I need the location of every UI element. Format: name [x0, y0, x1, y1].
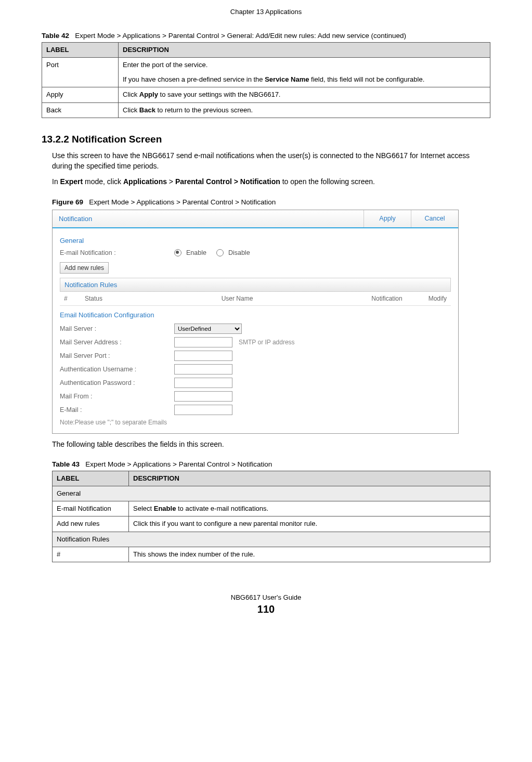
section-heading-13-2-2: 13.2.2 Notification Screen: [42, 134, 490, 145]
table42-caption: Table 42 Expert Mode > Applications > Pa…: [42, 31, 490, 41]
mail-server-addr-hint: SMTP or IP address: [239, 339, 295, 346]
auth-pass-input[interactable]: [174, 378, 232, 388]
figure69-caption-text: Expert Mode > Applications > Parental Co…: [89, 198, 276, 206]
table43-hash-desc: This shows the index number of the rule.: [129, 547, 490, 562]
fig-email-conf-title: Email Notification Configuration: [60, 311, 451, 319]
table43-add-rules-label: Add new rules: [53, 516, 129, 532]
disable-radio[interactable]: [216, 249, 224, 256]
table42-port-desc-line1: Enter the port of the service.: [123, 60, 486, 70]
mail-server-addr-label: Mail Server Address :: [60, 339, 174, 346]
mail-server-port-input[interactable]: [174, 351, 232, 361]
enable-text: Enable: [186, 249, 206, 256]
fig-general-title: General: [60, 237, 451, 244]
table43-caption-number: Table 43: [52, 460, 80, 468]
auth-user-input[interactable]: [174, 364, 232, 374]
table42-caption-text: Expert Mode > Applications > Parental Co…: [75, 32, 406, 40]
footer-guide: NBG6617 User's Guide: [42, 593, 490, 601]
section-para-2: In Expert mode, click Applications > Par…: [52, 176, 490, 187]
table43-header-label: LABEL: [53, 471, 129, 486]
notification-rules-header: Notification Rules: [60, 278, 451, 292]
email-notification-label: E-mail Notification :: [60, 249, 174, 256]
table42-port-label: Port: [42, 58, 119, 87]
page-footer: NBG6617 User's Guide 110: [42, 593, 490, 615]
table42-header-label: LABEL: [42, 42, 119, 57]
table43-hash-label: #: [53, 547, 129, 562]
table42-apply-desc: Click Apply to save your settings with t…: [119, 87, 490, 102]
email-to-label: E-Mail :: [60, 406, 174, 414]
table42-port-desc-line2: If you have chosen a pre-defined service…: [123, 75, 486, 84]
figure69-caption-number: Figure 69: [52, 198, 83, 206]
table42-caption-number: Table 42: [42, 32, 69, 40]
email-to-input[interactable]: [174, 405, 232, 415]
col-hash: #: [64, 295, 85, 302]
enable-radio[interactable]: [174, 249, 181, 256]
table43-header-desc: DESCRIPTION: [129, 471, 490, 486]
apply-button[interactable]: Apply: [364, 210, 411, 227]
mail-from-label: Mail From :: [60, 393, 174, 400]
col-username: User Name: [116, 295, 358, 302]
col-modify: Modify: [416, 295, 447, 302]
mail-server-select[interactable]: UserDefined: [174, 324, 242, 334]
table43-notif-rules-row: Notification Rules: [53, 532, 490, 547]
table43-email-notif-label: E-mail Notification: [53, 501, 129, 516]
mail-server-port-label: Mail Server Port :: [60, 352, 174, 359]
notification-rules-columns: # Status User Name Notification Modify: [60, 292, 451, 306]
mail-server-addr-input[interactable]: [174, 337, 232, 347]
section-para-1: Use this screen to have the NBG6617 send…: [52, 150, 490, 172]
auth-user-label: Authentication Username :: [60, 366, 174, 373]
table43-caption: Table 43 Expert Mode > Applications > Pa…: [52, 460, 490, 470]
table42-apply-label: Apply: [42, 87, 119, 102]
figure69-screenshot: Notification Apply Cancel General E-mail…: [52, 210, 459, 434]
table42: LABEL DESCRIPTION Port Enter the port of…: [42, 42, 490, 118]
mail-server-label: Mail Server :: [60, 325, 174, 332]
figure69-caption: Figure 69 Expert Mode > Applications > P…: [52, 198, 490, 208]
col-status: Status: [85, 295, 116, 302]
disable-text: Disable: [228, 249, 250, 256]
page-header: Chapter 13 Applications: [42, 0, 490, 21]
col-notification: Notification: [358, 295, 416, 302]
cancel-button[interactable]: Cancel: [411, 210, 458, 227]
after-figure-para: The following table describes the fields…: [52, 439, 490, 449]
mail-from-input[interactable]: [174, 391, 232, 402]
table43-caption-text: Expert Mode > Applications > Parental Co…: [85, 460, 272, 468]
table42-header-desc: DESCRIPTION: [119, 42, 490, 57]
table42-back-desc: Click Back to return to the previous scr…: [119, 102, 490, 118]
table43-general-row: General: [53, 486, 490, 501]
add-new-rules-button[interactable]: Add new rules: [60, 262, 109, 274]
email-note: Note:Please use ";" to separate Emails: [60, 419, 451, 426]
table42-back-label: Back: [42, 102, 119, 118]
table43-email-notif-desc: Select Enable to activate e-mail notific…: [129, 501, 490, 516]
auth-pass-label: Authentication Password :: [60, 379, 174, 386]
page-number: 110: [42, 603, 490, 615]
table43: LABEL DESCRIPTION General E-mail Notific…: [52, 471, 490, 562]
fig-title: Notification: [53, 210, 364, 227]
table42-port-desc: Enter the port of the service. If you ha…: [119, 58, 490, 87]
fig-header: Notification Apply Cancel: [53, 210, 458, 228]
table43-add-rules-desc: Click this if you want to configure a ne…: [129, 516, 490, 532]
